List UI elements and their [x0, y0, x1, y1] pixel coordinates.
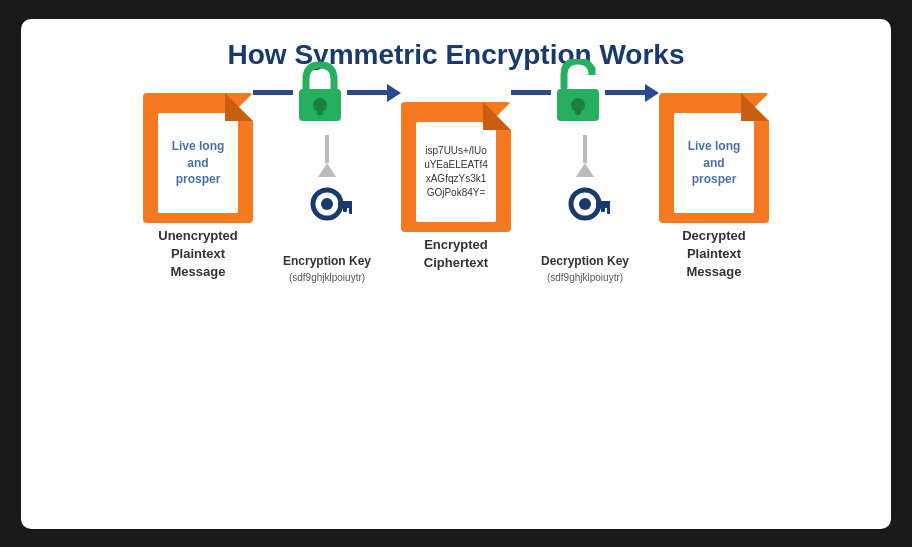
decrypted-label: DecryptedPlaintextMessage — [682, 227, 746, 282]
up-arrow-2 — [576, 163, 594, 177]
ciphertext-segment: isp7UUs+/lUouYEaELEATf4xAGfqzYs3k1GOjPok… — [401, 102, 511, 272]
svg-rect-10 — [575, 105, 581, 115]
line-after-lock1 — [347, 90, 387, 95]
decrypt-connector: Decryption Key (sdf9ghjklpoiuytr) — [511, 89, 659, 287]
svg-rect-15 — [601, 207, 605, 212]
plaintext-segment: Live longand prosper UnencryptedPlaintex… — [143, 93, 253, 282]
svg-rect-7 — [343, 207, 347, 212]
up-arrow-1 — [318, 163, 336, 177]
doc-fold-2 — [483, 102, 511, 130]
encrypt-connector: Encryption Key (sdf9ghjklpoiuytr) — [253, 89, 401, 287]
svg-rect-14 — [607, 207, 610, 214]
doc-fold-1 — [225, 93, 253, 121]
decrypted-segment: Live longand prosper DecryptedPlaintextM… — [659, 93, 769, 282]
ciphertext-label: EncryptedCiphertext — [424, 236, 488, 272]
svg-point-12 — [579, 198, 591, 210]
decryption-key-section: Decryption Key (sdf9ghjklpoiuytr) — [541, 135, 629, 287]
arrow-head-1 — [387, 84, 401, 102]
up-line-2 — [583, 135, 587, 163]
main-card: How Symmetric Encryption Works Live long… — [21, 19, 891, 529]
svg-rect-5 — [338, 201, 352, 208]
open-lock-icon — [551, 59, 605, 127]
up-line-1 — [325, 135, 329, 163]
decryption-key-label: Decryption Key (sdf9ghjklpoiuytr) — [541, 253, 629, 287]
line-before-lock1 — [253, 90, 293, 95]
decrypted-doc: Live longand prosper — [659, 93, 769, 223]
ciphertext-content: isp7UUs+/lUouYEaELEATf4xAGfqzYs3k1GOjPok… — [416, 122, 496, 222]
lock1-row — [253, 59, 401, 127]
encryption-key-icon — [302, 179, 352, 249]
line-after-lock2 — [605, 90, 645, 95]
diagram: Live longand prosper UnencryptedPlaintex… — [51, 89, 861, 287]
svg-rect-13 — [596, 201, 610, 208]
lock2-row — [511, 59, 659, 127]
decrypted-content: Live longand prosper — [674, 113, 754, 213]
ciphertext-doc: isp7UUs+/lUouYEaELEATf4xAGfqzYs3k1GOjPok… — [401, 102, 511, 232]
plaintext-doc: Live longand prosper — [143, 93, 253, 223]
doc-fold-3 — [741, 93, 769, 121]
closed-lock-icon — [293, 59, 347, 127]
plaintext-label: UnencryptedPlaintextMessage — [158, 227, 237, 282]
decryption-key-icon — [560, 179, 610, 249]
arrow-head-2 — [645, 84, 659, 102]
svg-rect-6 — [349, 207, 352, 214]
encryption-key-section: Encryption Key (sdf9ghjklpoiuytr) — [283, 135, 371, 287]
line-before-lock2 — [511, 90, 551, 95]
encryption-key-label: Encryption Key (sdf9ghjklpoiuytr) — [283, 253, 371, 287]
svg-rect-2 — [317, 105, 323, 115]
svg-point-4 — [321, 198, 333, 210]
plaintext-content: Live longand prosper — [158, 113, 238, 213]
